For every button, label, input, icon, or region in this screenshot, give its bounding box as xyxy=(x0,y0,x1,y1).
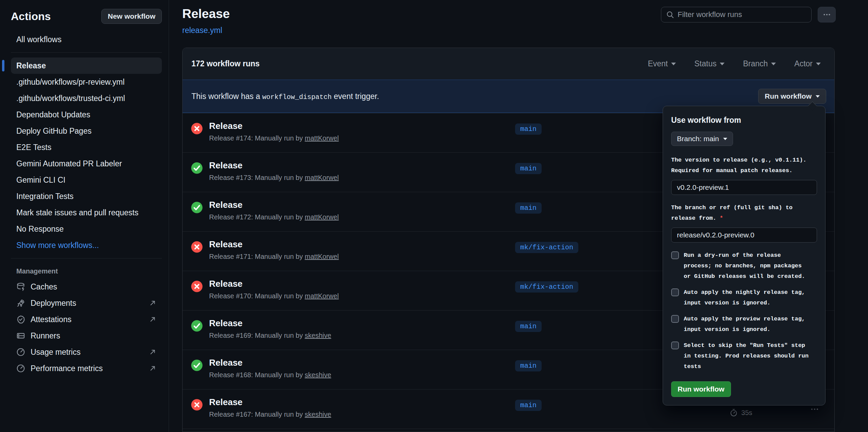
branch-chip[interactable]: main xyxy=(515,360,542,371)
run-title-link[interactable]: Release xyxy=(209,397,242,407)
run-title-link[interactable]: Release xyxy=(209,318,242,328)
actor-link[interactable]: skeshive xyxy=(305,411,331,418)
workflow-file-link[interactable]: release.yml xyxy=(182,26,222,35)
sidebar-item-gemini-cli-ci[interactable]: Gemini CLI CI xyxy=(11,172,162,188)
filter-event[interactable]: Event xyxy=(648,59,676,68)
run-status-icon xyxy=(191,320,203,332)
filter-actor[interactable]: Actor xyxy=(794,59,821,68)
chevron-down-icon xyxy=(771,63,776,65)
sidebar-item-attestations[interactable]: Attestations xyxy=(11,311,162,328)
sidebar-item-mark-stale[interactable]: Mark stale issues and pull requests xyxy=(11,204,162,221)
sidebar-item-release[interactable]: Release xyxy=(11,57,162,74)
branch-select-button[interactable]: Branch: main xyxy=(671,132,733,146)
workflow-options-button[interactable] xyxy=(818,7,836,22)
verified-icon xyxy=(16,315,25,324)
divider xyxy=(11,52,162,53)
rocket-icon xyxy=(16,299,25,308)
run-title-link[interactable]: Release xyxy=(209,239,242,249)
partial-run-row xyxy=(183,429,834,432)
actor-link[interactable]: mattKorwel xyxy=(305,253,339,260)
sidebar-title: Actions xyxy=(11,10,51,23)
run-subtitle: Release #170: Manually run by mattKorwel xyxy=(209,292,515,300)
stopwatch-icon xyxy=(730,409,738,417)
sidebar-item-deploy-github-pages[interactable]: Deploy GitHub Pages xyxy=(11,123,162,139)
actions-sidebar: Actions New workflow All workflows Relea… xyxy=(0,0,169,432)
branch-chip[interactable]: mk/fix-action xyxy=(515,242,578,253)
search-input[interactable] xyxy=(678,10,806,19)
branch-chip[interactable]: main xyxy=(515,321,542,332)
sidebar-item-pr-review[interactable]: .github/workflows/pr-review.yml xyxy=(11,74,162,90)
chevron-down-icon xyxy=(816,95,820,98)
sidebar-item-gemini-pr-labeler[interactable]: Gemini Automated PR Labeler xyxy=(11,155,162,172)
actor-link[interactable]: skeshive xyxy=(305,371,331,379)
run-title-link[interactable]: Release xyxy=(209,358,242,368)
filter-runs-search[interactable] xyxy=(661,7,812,22)
actor-link[interactable]: mattKorwel xyxy=(305,292,339,300)
kebab-icon xyxy=(823,11,831,19)
run-title-link[interactable]: Release xyxy=(209,121,242,131)
run-title-link[interactable]: Release xyxy=(209,279,242,289)
sidebar-item-trusted-ci[interactable]: .github/workflows/trusted-ci.yml xyxy=(11,90,162,106)
cache-icon xyxy=(16,282,25,291)
branch-chip[interactable]: main xyxy=(515,202,542,214)
filter-status[interactable]: Status xyxy=(694,59,725,68)
run-workflow-popover: Use workflow from Branch: main The versi… xyxy=(663,106,826,405)
run-workflow-dropdown-button[interactable]: Run workflow xyxy=(758,89,826,104)
runs-count: 172 workflow runs xyxy=(191,59,260,68)
banner-text: This workflow has a workflow_dispatch ev… xyxy=(191,92,379,101)
version-description: The version to release (e.g., v0.1.11). … xyxy=(671,155,817,176)
show-more-workflows-link[interactable]: Show more workflows... xyxy=(11,237,162,253)
sidebar-item-no-response[interactable]: No Response xyxy=(11,221,162,237)
check-circle-icon xyxy=(191,201,203,214)
run-title-link[interactable]: Release xyxy=(209,160,242,170)
branch-chip[interactable]: main xyxy=(515,123,542,135)
run-workflow-submit-button[interactable]: Run workflow xyxy=(671,381,731,397)
actor-link[interactable]: skeshive xyxy=(305,332,331,339)
run-title-link[interactable]: Release xyxy=(209,200,242,210)
management-heading: Management xyxy=(16,267,162,275)
run-duration: 35s xyxy=(741,409,752,417)
branch-chip[interactable]: main xyxy=(515,400,542,411)
new-workflow-button[interactable]: New workflow xyxy=(101,9,162,24)
sidebar-item-caches[interactable]: Caches xyxy=(11,279,162,295)
branch-chip[interactable]: mk/fix-action xyxy=(515,281,578,293)
page-title: Release xyxy=(182,7,230,21)
filter-branch[interactable]: Branch xyxy=(743,59,776,68)
run-status-icon xyxy=(191,280,203,293)
sidebar-item-dependabot-updates[interactable]: Dependabot Updates xyxy=(11,106,162,123)
event-code: workflow_dispatch xyxy=(262,93,331,101)
sidebar-item-usage-metrics[interactable]: Usage metrics xyxy=(11,344,162,360)
version-input[interactable] xyxy=(671,180,817,195)
sidebar-item-all-workflows[interactable]: All workflows xyxy=(11,31,162,48)
search-icon xyxy=(666,11,674,19)
run-status-icon xyxy=(191,122,203,135)
nightly-tag-checkbox[interactable] xyxy=(671,288,679,296)
preview-tag-checkbox[interactable] xyxy=(671,315,679,323)
gauge-icon xyxy=(16,348,25,356)
run-subtitle: Release #172: Manually run by mattKorwel xyxy=(209,213,515,221)
external-link-icon xyxy=(149,348,156,356)
ref-description: The branch or ref (full git sha) to rele… xyxy=(671,202,817,223)
run-subtitle: Release #168: Manually run by skeshive xyxy=(209,371,515,379)
actor-link[interactable]: mattKorwel xyxy=(305,174,339,181)
run-subtitle: Release #173: Manually run by mattKorwel xyxy=(209,174,515,182)
sidebar-item-e2e-tests[interactable]: E2E Tests xyxy=(11,139,162,155)
run-subtitle: Release #174: Manually run by mattKorwel xyxy=(209,134,515,142)
preview-tag-option: Auto apply the preview release tag, inpu… xyxy=(671,314,817,335)
dry-run-checkbox[interactable] xyxy=(671,251,679,259)
actor-link[interactable]: mattKorwel xyxy=(305,134,339,142)
check-circle-icon xyxy=(191,359,203,371)
sidebar-item-performance-metrics[interactable]: Performance metrics xyxy=(11,360,162,377)
sidebar-item-integration-tests[interactable]: Integration Tests xyxy=(11,188,162,204)
actor-link[interactable]: mattKorwel xyxy=(305,213,339,221)
run-subtitle: Release #171: Manually run by mattKorwel xyxy=(209,253,515,261)
chevron-down-icon xyxy=(671,63,676,65)
ref-input[interactable] xyxy=(671,228,817,243)
nightly-tag-option: Auto apply the nightly release tag, inpu… xyxy=(671,287,817,308)
skip-tests-checkbox[interactable] xyxy=(671,342,679,349)
branch-chip[interactable]: main xyxy=(515,163,542,174)
external-link-icon xyxy=(149,316,156,323)
run-status-icon xyxy=(191,359,203,371)
sidebar-item-deployments[interactable]: Deployments xyxy=(11,295,162,311)
sidebar-item-runners[interactable]: Runners xyxy=(11,328,162,344)
